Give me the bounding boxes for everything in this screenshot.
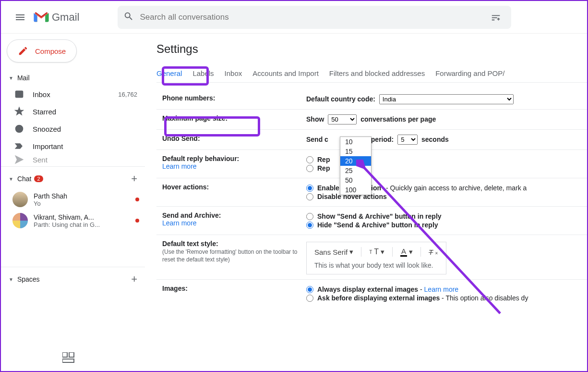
new-space-button[interactable]: +: [131, 273, 137, 285]
tab-inbox[interactable]: Inbox: [225, 64, 242, 82]
main-menu-button[interactable]: [9, 6, 32, 29]
search-icon: [123, 11, 134, 23]
brand-text: Gmail: [52, 11, 79, 24]
sample-text: This is what your body text will look li…: [314, 261, 438, 269]
chat-section-label: Chat: [17, 175, 32, 183]
compose-button[interactable]: Compose: [7, 39, 77, 62]
mail-section-toggle[interactable]: ▼ Mail: [1, 70, 145, 86]
nav-starred[interactable]: Starred: [1, 103, 145, 120]
reply-option-2[interactable]: [306, 165, 313, 172]
new-chat-button[interactable]: +: [131, 173, 137, 185]
row-label: Phone numbers:: [162, 94, 215, 102]
avatar: [12, 192, 28, 207]
gmail-icon: [34, 12, 49, 23]
nav-label: Sent: [33, 156, 48, 164]
learn-more-link[interactable]: Learn more: [424, 285, 459, 293]
chevron-down-icon: ▾: [349, 248, 353, 256]
chat-item[interactable]: Vikrant, Shivam, A... Parth: Using chat …: [1, 210, 145, 231]
app-header: Gmail: [1, 1, 587, 34]
svg-rect-3: [62, 352, 67, 357]
dropdown-option-selected[interactable]: 20: [340, 156, 371, 166]
hover-disable[interactable]: [306, 193, 313, 200]
page-title: Settings: [156, 42, 587, 56]
chat-preview: Yo: [34, 200, 130, 207]
images-always[interactable]: [306, 286, 313, 293]
svg-rect-4: [69, 352, 74, 357]
reply-option-1[interactable]: [306, 156, 313, 163]
dropdown-option[interactable]: 50: [340, 175, 371, 185]
nav-important[interactable]: Important: [1, 137, 145, 155]
page-size-dropdown-menu[interactable]: 10 15 20 25 50 100: [340, 136, 372, 195]
chat-name: Vikrant, Shivam, A...: [34, 213, 130, 221]
dropdown-option[interactable]: 15: [340, 147, 371, 156]
row-label: Default text style:: [162, 240, 218, 248]
hover-enable[interactable]: [306, 185, 313, 192]
remove-formatting-button[interactable]: Tₓ: [429, 248, 438, 256]
archive-show-label: Show "Send & Archive" button in reply: [317, 212, 442, 220]
chevron-down-icon: ▼: [9, 277, 13, 282]
tab-filters[interactable]: Filters and blocked addresses: [329, 64, 425, 82]
nav-snoozed[interactable]: Snoozed: [1, 120, 145, 137]
spaces-section-toggle[interactable]: ▼ Spaces +: [1, 269, 145, 289]
chat-item[interactable]: Parth Shah Yo: [1, 189, 145, 210]
tab-accounts[interactable]: Accounts and Import: [252, 64, 319, 82]
nav-sent[interactable]: Sent: [1, 155, 145, 164]
dropdown-option[interactable]: 100: [340, 185, 371, 195]
dropdown-option[interactable]: 10: [340, 137, 371, 147]
page-size-select[interactable]: 50: [328, 114, 357, 124]
undo-seconds-select[interactable]: 5: [397, 135, 418, 145]
text-color-dropdown[interactable]: A ▾: [400, 247, 413, 257]
chat-name: Parth Shah: [34, 192, 130, 200]
images-ask[interactable]: [306, 295, 313, 302]
seconds-label: seconds: [421, 136, 449, 143]
archive-hide-label: Hide "Send & Archive" button in reply: [317, 221, 438, 229]
dropdown-option[interactable]: 25: [340, 166, 371, 175]
chevron-down-icon: ▼: [9, 176, 13, 182]
hover-enable-desc: - Quickly gain access to archive, delete…: [386, 184, 527, 192]
row-phone-numbers: Phone numbers: Default country code: Ind…: [156, 89, 587, 110]
row-label: Default reply behaviour:: [162, 155, 239, 162]
layout-toggle-icon[interactable]: [62, 352, 76, 364]
gmail-logo[interactable]: Gmail: [34, 11, 79, 24]
archive-hide[interactable]: [306, 222, 313, 229]
nav-label: Important: [33, 142, 63, 150]
avatar: [12, 213, 28, 228]
learn-more-link[interactable]: Learn more: [162, 162, 197, 170]
nav-label: Snoozed: [33, 125, 61, 133]
archive-show[interactable]: [306, 213, 313, 220]
chat-preview: Parth: Using chat in G...: [34, 221, 130, 228]
svg-rect-5: [62, 359, 74, 362]
reply-opt2: Rep: [317, 164, 330, 172]
inbox-count: 16,762: [118, 91, 137, 98]
learn-more-link[interactable]: Learn more: [162, 219, 197, 227]
nav-inbox[interactable]: Inbox 16,762: [1, 86, 145, 103]
sidebar: Compose ▼ Mail Inbox 16,762 Starred Snoo…: [1, 34, 145, 371]
cancel-period-pre: Send c: [306, 136, 328, 143]
images-always-label: Always display external images: [317, 285, 418, 293]
chat-badge: 2: [34, 175, 43, 182]
row-send-archive: Send and Archive: Learn more Show "Send …: [156, 207, 587, 235]
search-options-button[interactable]: [486, 12, 505, 23]
country-code-select[interactable]: India: [379, 94, 514, 104]
row-text-style: Default text style: (Use the 'Remove for…: [156, 235, 587, 280]
nav-label: Starred: [33, 108, 56, 116]
search-input[interactable]: [134, 12, 486, 22]
chevron-down-icon: ▼: [9, 75, 13, 81]
row-label: Images:: [162, 285, 188, 292]
pencil-icon: [18, 46, 28, 56]
unread-dot: [135, 198, 139, 201]
chat-section-toggle[interactable]: ▼ Chat 2 +: [1, 169, 145, 189]
annotation-highlight-page-size: [164, 116, 260, 136]
font-size-dropdown[interactable]: TT ▾: [369, 248, 384, 256]
mail-section-label: Mail: [17, 74, 30, 82]
font-name: Sans Serif: [314, 248, 348, 256]
divider: [1, 166, 145, 167]
row-label: Hover actions:: [162, 183, 209, 191]
text-style-preview: Sans Serif ▾ TT ▾ A ▾ Tₓ This is what yo…: [306, 242, 446, 274]
unread-dot: [135, 219, 139, 223]
compose-label: Compose: [35, 47, 66, 55]
font-family-dropdown[interactable]: Sans Serif ▾: [314, 248, 353, 256]
search-bar[interactable]: [118, 6, 511, 29]
tab-forwarding[interactable]: Forwarding and POP/: [435, 64, 504, 82]
main-content: Settings General Labels Inbox Accounts a…: [145, 34, 587, 371]
